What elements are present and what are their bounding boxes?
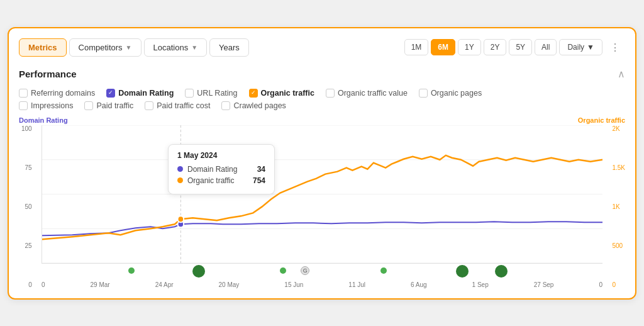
checkbox-label: Domain Rating [118,89,174,98]
chevron-down-icon: ▼ [587,43,594,52]
time-controls: 1M 6M 1Y 2Y 5Y All Daily ▼ ⋮ [404,38,625,57]
daily-dropdown[interactable]: Daily ▼ [559,39,602,55]
checkbox-organic-traffic-value[interactable]: Organic traffic value [326,89,408,98]
checkbox-icon [145,101,153,110]
checkbox-paid-traffic[interactable]: Paid traffic [84,101,133,110]
tooltip-label-organic-traffic: Organic traffic [187,176,234,185]
checkbox-icon [19,89,28,98]
checkbox-icon [84,101,93,110]
event-dot-sep-large[interactable] [495,265,508,278]
checkbox-referring-domains[interactable]: Referring domains [19,89,95,98]
checkbox-crawled-pages[interactable]: Crawled pages [221,101,286,110]
tooltip-row-organic-traffic: Organic traffic 754 [177,176,265,185]
y-left-0: 0 [21,281,32,288]
event-dot-jun-small[interactable] [280,267,286,274]
y-right-2k: 2K [612,125,625,132]
main-card: Metrics Competitors ▼ Locations ▼ Years … [8,27,636,300]
event-dots-row: G [42,265,602,279]
right-axis-label: Organic traffic [578,116,625,124]
performance-header: Performance ∧ [19,68,625,80]
y-left-50: 50 [21,203,32,210]
checkbox-organic-traffic[interactable]: ✓ Organic traffic [249,89,314,98]
y-axis-right: 2K 1.5K 1K 500 0 [612,125,625,288]
checkbox-paid-traffic-cost[interactable]: Paid traffic cost [145,101,210,110]
collapse-button[interactable]: ∧ [618,68,625,80]
checkbox-label: Paid traffic cost [157,101,210,110]
event-dot-g[interactable]: G [301,266,309,275]
tooltip-dot-organic-traffic [177,177,183,183]
top-bar: Metrics Competitors ▼ Locations ▼ Years … [19,38,625,57]
more-options-button[interactable]: ⋮ [605,38,625,57]
checkbox-label: Organic pages [431,89,482,98]
time-all[interactable]: All [535,39,557,55]
checkbox-icon [185,89,194,98]
time-5y[interactable]: 5Y [509,39,532,55]
tooltip-row-domain-rating: Domain Rating 34 [177,165,265,174]
left-axis-label: Domain Rating [19,116,68,124]
y-left-100: 100 [21,125,32,132]
checkbox-organic-pages[interactable]: Organic pages [419,89,482,98]
checkbox-label: Organic traffic [261,89,314,98]
checkbox-row-1: Referring domains ✓ Domain Rating URL Ra… [19,89,625,98]
tooltip-dot-domain-rating [177,166,183,172]
checkbox-label: Impressions [31,101,73,110]
organic-traffic-dot [178,216,184,222]
tab-competitors[interactable]: Competitors ▼ [69,38,142,57]
organic-traffic-line [42,155,602,239]
checkbox-label: URL Rating [197,89,237,98]
chevron-down-icon: ▼ [191,44,197,51]
checkbox-icon [419,89,428,98]
y-left-25: 25 [21,242,32,249]
x-label-11jul: 11 Jul [348,281,365,288]
tab-locations[interactable]: Locations ▼ [144,38,208,57]
checkbox-row-2: Impressions Paid traffic Paid traffic co… [19,101,625,110]
checkbox-icon [19,101,28,110]
checkbox-url-rating[interactable]: URL Rating [185,89,237,98]
x-label-20may: 20 May [219,281,240,288]
checkbox-icon [221,101,230,110]
event-dot-apr-small[interactable] [128,267,135,274]
chevron-down-icon: ▼ [126,44,132,51]
x-label-29mar: 29 Mar [91,281,110,288]
performance-title: Performance [19,69,77,79]
event-dot-aug-large[interactable] [456,265,469,278]
checkbox-domain-rating[interactable]: ✓ Domain Rating [106,89,174,98]
chart-tooltip: 1 May 2024 Domain Rating 34 Organic traf… [168,144,275,194]
checkbox-icon: ✓ [106,89,115,98]
chart-svg [42,125,602,263]
tooltip-date: 1 May 2024 [177,151,265,160]
time-1m[interactable]: 1M [404,39,429,55]
tab-metrics[interactable]: Metrics [19,38,67,57]
time-2y[interactable]: 2Y [484,39,507,55]
chart-container: 1 May 2024 Domain Rating 34 Organic traf… [42,125,602,264]
x-label-right-0: 0 [599,281,602,288]
checkbox-label: Crawled pages [233,101,286,110]
x-label-0: 0 [42,281,45,288]
y-right-0: 0 [612,281,625,288]
checkbox-impressions[interactable]: Impressions [19,101,73,110]
x-label-6aug: 6 Aug [411,281,427,288]
tab-group: Metrics Competitors ▼ Locations ▼ Years [19,38,249,57]
checkbox-label: Organic traffic value [338,89,408,98]
checkbox-label: Paid traffic [96,101,133,110]
y-axis-left: 100 75 50 25 0 [21,125,32,288]
tooltip-value-domain-rating: 34 [257,165,265,174]
time-1y[interactable]: 1Y [458,39,481,55]
event-dot-jul-small[interactable] [380,267,387,274]
y-right-500: 500 [612,242,625,249]
checkbox-icon: ✓ [249,89,258,98]
axis-labels: Domain Rating Organic traffic [19,116,625,124]
event-dot-may-large[interactable] [192,265,205,278]
x-label-24apr: 24 Apr [155,281,174,288]
tab-years[interactable]: Years [209,38,249,57]
y-left-75: 75 [21,164,32,171]
chart-wrapper: 100 75 50 25 0 [42,125,602,288]
x-label-27sep: 27 Sep [534,281,554,288]
tooltip-label-domain-rating: Domain Rating [187,165,237,174]
x-label-15jun: 15 Jun [284,281,303,288]
y-right-1k: 1K [612,203,625,210]
y-right-1.5k: 1.5K [612,164,625,171]
x-axis: 0 29 Mar 24 Apr 20 May 15 Jun 11 Jul 6 A… [42,281,602,288]
tooltip-value-organic-traffic: 754 [253,176,265,185]
time-6m[interactable]: 6M [431,39,455,55]
